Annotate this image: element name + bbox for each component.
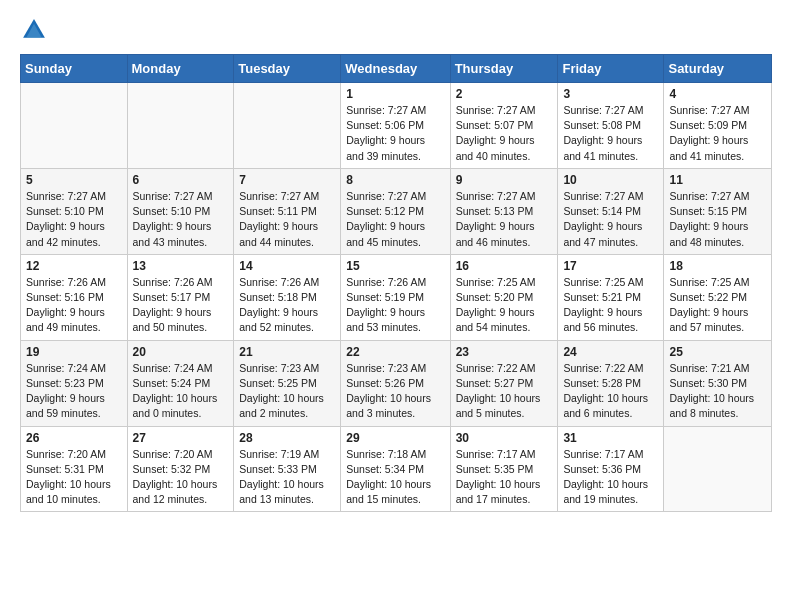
day-number: 10 xyxy=(563,173,658,187)
calendar-cell: 11Sunrise: 7:27 AM Sunset: 5:15 PM Dayli… xyxy=(664,168,772,254)
calendar-cell: 26Sunrise: 7:20 AM Sunset: 5:31 PM Dayli… xyxy=(21,426,128,512)
weekday-header-friday: Friday xyxy=(558,55,664,83)
calendar-cell: 18Sunrise: 7:25 AM Sunset: 5:22 PM Dayli… xyxy=(664,254,772,340)
day-number: 4 xyxy=(669,87,766,101)
calendar-cell: 28Sunrise: 7:19 AM Sunset: 5:33 PM Dayli… xyxy=(234,426,341,512)
day-number: 27 xyxy=(133,431,229,445)
calendar-cell: 14Sunrise: 7:26 AM Sunset: 5:18 PM Dayli… xyxy=(234,254,341,340)
day-info: Sunrise: 7:22 AM Sunset: 5:27 PM Dayligh… xyxy=(456,361,553,422)
day-info: Sunrise: 7:27 AM Sunset: 5:06 PM Dayligh… xyxy=(346,103,444,164)
day-info: Sunrise: 7:22 AM Sunset: 5:28 PM Dayligh… xyxy=(563,361,658,422)
day-info: Sunrise: 7:27 AM Sunset: 5:12 PM Dayligh… xyxy=(346,189,444,250)
day-info: Sunrise: 7:27 AM Sunset: 5:13 PM Dayligh… xyxy=(456,189,553,250)
calendar-cell: 10Sunrise: 7:27 AM Sunset: 5:14 PM Dayli… xyxy=(558,168,664,254)
calendar-cell: 13Sunrise: 7:26 AM Sunset: 5:17 PM Dayli… xyxy=(127,254,234,340)
day-info: Sunrise: 7:17 AM Sunset: 5:36 PM Dayligh… xyxy=(563,447,658,508)
calendar-cell: 16Sunrise: 7:25 AM Sunset: 5:20 PM Dayli… xyxy=(450,254,558,340)
day-number: 16 xyxy=(456,259,553,273)
calendar-cell: 20Sunrise: 7:24 AM Sunset: 5:24 PM Dayli… xyxy=(127,340,234,426)
day-number: 21 xyxy=(239,345,335,359)
calendar-cell: 6Sunrise: 7:27 AM Sunset: 5:10 PM Daylig… xyxy=(127,168,234,254)
day-info: Sunrise: 7:17 AM Sunset: 5:35 PM Dayligh… xyxy=(456,447,553,508)
calendar-cell: 1Sunrise: 7:27 AM Sunset: 5:06 PM Daylig… xyxy=(341,83,450,169)
day-number: 2 xyxy=(456,87,553,101)
week-row-4: 26Sunrise: 7:20 AM Sunset: 5:31 PM Dayli… xyxy=(21,426,772,512)
calendar-cell: 9Sunrise: 7:27 AM Sunset: 5:13 PM Daylig… xyxy=(450,168,558,254)
header-row xyxy=(20,16,772,44)
day-info: Sunrise: 7:27 AM Sunset: 5:09 PM Dayligh… xyxy=(669,103,766,164)
calendar-cell: 24Sunrise: 7:22 AM Sunset: 5:28 PM Dayli… xyxy=(558,340,664,426)
day-number: 5 xyxy=(26,173,122,187)
day-number: 30 xyxy=(456,431,553,445)
week-row-2: 12Sunrise: 7:26 AM Sunset: 5:16 PM Dayli… xyxy=(21,254,772,340)
day-number: 18 xyxy=(669,259,766,273)
day-number: 14 xyxy=(239,259,335,273)
day-number: 20 xyxy=(133,345,229,359)
calendar-cell: 27Sunrise: 7:20 AM Sunset: 5:32 PM Dayli… xyxy=(127,426,234,512)
day-info: Sunrise: 7:27 AM Sunset: 5:10 PM Dayligh… xyxy=(26,189,122,250)
day-info: Sunrise: 7:19 AM Sunset: 5:33 PM Dayligh… xyxy=(239,447,335,508)
day-info: Sunrise: 7:26 AM Sunset: 5:18 PM Dayligh… xyxy=(239,275,335,336)
week-row-3: 19Sunrise: 7:24 AM Sunset: 5:23 PM Dayli… xyxy=(21,340,772,426)
day-info: Sunrise: 7:27 AM Sunset: 5:07 PM Dayligh… xyxy=(456,103,553,164)
day-info: Sunrise: 7:26 AM Sunset: 5:16 PM Dayligh… xyxy=(26,275,122,336)
day-info: Sunrise: 7:25 AM Sunset: 5:20 PM Dayligh… xyxy=(456,275,553,336)
page-container: SundayMondayTuesdayWednesdayThursdayFrid… xyxy=(0,0,792,528)
day-number: 22 xyxy=(346,345,444,359)
day-number: 1 xyxy=(346,87,444,101)
day-info: Sunrise: 7:26 AM Sunset: 5:17 PM Dayligh… xyxy=(133,275,229,336)
day-number: 24 xyxy=(563,345,658,359)
weekday-header-saturday: Saturday xyxy=(664,55,772,83)
day-number: 19 xyxy=(26,345,122,359)
calendar-cell: 19Sunrise: 7:24 AM Sunset: 5:23 PM Dayli… xyxy=(21,340,128,426)
day-info: Sunrise: 7:25 AM Sunset: 5:21 PM Dayligh… xyxy=(563,275,658,336)
day-number: 8 xyxy=(346,173,444,187)
day-number: 12 xyxy=(26,259,122,273)
day-info: Sunrise: 7:23 AM Sunset: 5:25 PM Dayligh… xyxy=(239,361,335,422)
calendar-cell: 31Sunrise: 7:17 AM Sunset: 5:36 PM Dayli… xyxy=(558,426,664,512)
logo xyxy=(20,16,52,44)
day-number: 25 xyxy=(669,345,766,359)
calendar-cell xyxy=(234,83,341,169)
weekday-header-tuesday: Tuesday xyxy=(234,55,341,83)
day-number: 11 xyxy=(669,173,766,187)
weekday-header-sunday: Sunday xyxy=(21,55,128,83)
day-info: Sunrise: 7:21 AM Sunset: 5:30 PM Dayligh… xyxy=(669,361,766,422)
day-info: Sunrise: 7:27 AM Sunset: 5:14 PM Dayligh… xyxy=(563,189,658,250)
day-number: 29 xyxy=(346,431,444,445)
logo-icon xyxy=(20,16,48,44)
weekday-header-thursday: Thursday xyxy=(450,55,558,83)
calendar-cell: 15Sunrise: 7:26 AM Sunset: 5:19 PM Dayli… xyxy=(341,254,450,340)
calendar-cell: 2Sunrise: 7:27 AM Sunset: 5:07 PM Daylig… xyxy=(450,83,558,169)
calendar-cell: 22Sunrise: 7:23 AM Sunset: 5:26 PM Dayli… xyxy=(341,340,450,426)
day-number: 15 xyxy=(346,259,444,273)
calendar-cell xyxy=(664,426,772,512)
week-row-0: 1Sunrise: 7:27 AM Sunset: 5:06 PM Daylig… xyxy=(21,83,772,169)
calendar-cell: 4Sunrise: 7:27 AM Sunset: 5:09 PM Daylig… xyxy=(664,83,772,169)
day-number: 13 xyxy=(133,259,229,273)
day-number: 31 xyxy=(563,431,658,445)
day-info: Sunrise: 7:27 AM Sunset: 5:08 PM Dayligh… xyxy=(563,103,658,164)
calendar-cell: 30Sunrise: 7:17 AM Sunset: 5:35 PM Dayli… xyxy=(450,426,558,512)
weekday-header-row: SundayMondayTuesdayWednesdayThursdayFrid… xyxy=(21,55,772,83)
week-row-1: 5Sunrise: 7:27 AM Sunset: 5:10 PM Daylig… xyxy=(21,168,772,254)
day-info: Sunrise: 7:24 AM Sunset: 5:23 PM Dayligh… xyxy=(26,361,122,422)
weekday-header-wednesday: Wednesday xyxy=(341,55,450,83)
calendar-cell: 23Sunrise: 7:22 AM Sunset: 5:27 PM Dayli… xyxy=(450,340,558,426)
weekday-header-monday: Monday xyxy=(127,55,234,83)
day-info: Sunrise: 7:20 AM Sunset: 5:31 PM Dayligh… xyxy=(26,447,122,508)
calendar-cell: 29Sunrise: 7:18 AM Sunset: 5:34 PM Dayli… xyxy=(341,426,450,512)
day-number: 7 xyxy=(239,173,335,187)
day-info: Sunrise: 7:26 AM Sunset: 5:19 PM Dayligh… xyxy=(346,275,444,336)
day-info: Sunrise: 7:27 AM Sunset: 5:11 PM Dayligh… xyxy=(239,189,335,250)
day-info: Sunrise: 7:23 AM Sunset: 5:26 PM Dayligh… xyxy=(346,361,444,422)
day-info: Sunrise: 7:27 AM Sunset: 5:15 PM Dayligh… xyxy=(669,189,766,250)
calendar-cell: 5Sunrise: 7:27 AM Sunset: 5:10 PM Daylig… xyxy=(21,168,128,254)
day-number: 3 xyxy=(563,87,658,101)
day-info: Sunrise: 7:25 AM Sunset: 5:22 PM Dayligh… xyxy=(669,275,766,336)
day-number: 6 xyxy=(133,173,229,187)
day-number: 28 xyxy=(239,431,335,445)
calendar-table: SundayMondayTuesdayWednesdayThursdayFrid… xyxy=(20,54,772,512)
day-info: Sunrise: 7:18 AM Sunset: 5:34 PM Dayligh… xyxy=(346,447,444,508)
calendar-cell: 12Sunrise: 7:26 AM Sunset: 5:16 PM Dayli… xyxy=(21,254,128,340)
